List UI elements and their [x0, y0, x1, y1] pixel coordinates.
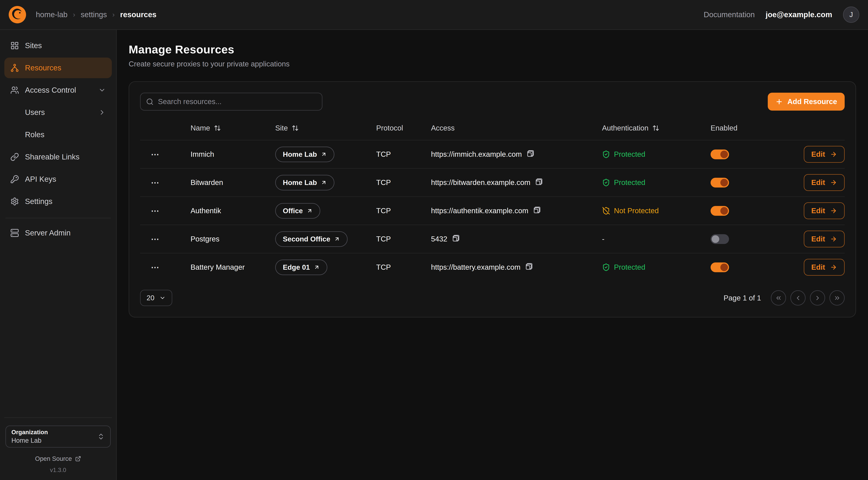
- sidebar-item-label: Server Admin: [25, 229, 70, 237]
- breadcrumb-org[interactable]: home-lab: [36, 10, 67, 19]
- site-link[interactable]: Edge 01: [275, 260, 327, 275]
- sidebar-item-users[interactable]: Users: [4, 102, 112, 123]
- toggle-knob: [720, 207, 728, 215]
- auth-status: Not Protected: [593, 207, 702, 215]
- header-enabled-label: Enabled: [711, 124, 738, 132]
- documentation-link[interactable]: Documentation: [704, 10, 755, 19]
- enabled-cell: [702, 206, 778, 216]
- site-link[interactable]: Office: [275, 203, 320, 219]
- header-protocol-label: Protocol: [376, 124, 403, 132]
- chevron-left-icon: [795, 295, 802, 302]
- site-cell: Home Lab: [267, 175, 368, 190]
- copy-button[interactable]: [534, 177, 544, 188]
- sidebar-item-roles[interactable]: Roles: [4, 124, 112, 145]
- sidebar-item-access-control[interactable]: Access Control: [4, 80, 112, 100]
- last-page-button[interactable]: [830, 290, 845, 305]
- site-link[interactable]: Home Lab: [275, 175, 334, 190]
- copy-button[interactable]: [532, 205, 542, 216]
- sidebar-item-api-keys[interactable]: API Keys: [4, 169, 112, 189]
- resource-name: Authentik: [190, 207, 221, 215]
- breadcrumb-settings[interactable]: settings: [81, 10, 107, 19]
- access-url: https://bitwarden.example.com: [431, 178, 530, 187]
- sidebar-item-settings[interactable]: Settings: [4, 191, 112, 212]
- header-access-label: Access: [431, 124, 455, 132]
- arrow-up-right-icon: [321, 180, 327, 185]
- enabled-toggle[interactable]: [711, 150, 729, 159]
- auth-status: -: [593, 235, 702, 243]
- first-page-button[interactable]: [771, 290, 786, 305]
- app-version: v1.3.0: [5, 467, 111, 474]
- auth-status: Protected: [593, 150, 702, 158]
- page-subtitle: Create secure proxies to your private ap…: [129, 60, 856, 68]
- row-menu-button[interactable]: ⋯: [149, 177, 162, 188]
- sidebar-item-server-admin[interactable]: Server Admin: [4, 222, 112, 243]
- chevron-right-icon: [814, 295, 821, 302]
- row-menu-button[interactable]: ⋯: [149, 206, 162, 216]
- sort-icon[interactable]: [292, 124, 299, 131]
- copy-button[interactable]: [526, 149, 535, 160]
- add-resource-button[interactable]: Add Resource: [768, 93, 845, 111]
- edit-label: Edit: [811, 263, 825, 271]
- resources-card: Add Resource Name Site Protocol: [129, 81, 856, 318]
- sidebar-item-resources[interactable]: Resources: [4, 58, 112, 78]
- site-cell: Second Office: [267, 231, 368, 247]
- app-logo-icon[interactable]: [9, 6, 26, 23]
- page-size-select[interactable]: 20: [140, 290, 172, 306]
- site-link[interactable]: Home Lab: [275, 147, 334, 162]
- protocol-value: TCP: [376, 150, 391, 158]
- shareable-links-icon: [10, 153, 19, 161]
- user-avatar[interactable]: J: [843, 6, 859, 23]
- enabled-cell: [702, 178, 778, 187]
- auth-label: Protected: [614, 178, 645, 187]
- edit-button[interactable]: Edit: [804, 202, 845, 219]
- arrow-up-right-icon: [334, 236, 340, 242]
- copy-button[interactable]: [451, 233, 461, 245]
- previous-page-button[interactable]: [790, 290, 806, 305]
- server-admin-icon: [10, 229, 19, 237]
- next-page-button[interactable]: [810, 290, 825, 305]
- row-menu-button[interactable]: ⋯: [149, 262, 162, 272]
- arrow-right-icon: [830, 207, 837, 214]
- row-menu-button[interactable]: ⋯: [149, 234, 162, 244]
- site-link[interactable]: Second Office: [275, 231, 348, 247]
- api-keys-icon: [10, 175, 19, 183]
- resources-table: Name Site Protocol Access Authenticati: [140, 116, 845, 281]
- toggle-knob: [712, 235, 719, 243]
- sidebar-item-shareable-links[interactable]: Shareable Links: [4, 147, 112, 167]
- copy-icon: [526, 263, 532, 270]
- row-menu-cell: ⋯: [140, 234, 182, 244]
- row-menu-button[interactable]: ⋯: [149, 149, 162, 159]
- enabled-toggle[interactable]: [711, 206, 729, 216]
- edit-button[interactable]: Edit: [804, 231, 845, 247]
- header-enabled: Enabled: [702, 124, 778, 132]
- resource-name-cell: Battery Manager: [182, 263, 267, 271]
- sort-icon[interactable]: [214, 124, 221, 131]
- copy-icon: [536, 178, 542, 185]
- sidebar-bottom: Organization Home Lab Open Source v1.3.0: [4, 417, 112, 475]
- protocol-value: TCP: [376, 235, 391, 243]
- actions-cell: Edit: [778, 174, 845, 191]
- enabled-toggle[interactable]: [711, 263, 729, 272]
- edit-button[interactable]: Edit: [804, 146, 845, 163]
- resource-name-cell: Immich: [182, 150, 267, 158]
- enabled-toggle[interactable]: [711, 178, 729, 187]
- header-site: Site: [267, 124, 368, 132]
- edit-button[interactable]: Edit: [804, 174, 845, 191]
- table-row: ⋯ Battery Manager Edge 01 TCP https://ba…: [140, 253, 845, 281]
- edit-label: Edit: [811, 207, 825, 215]
- arrow-right-icon: [830, 264, 837, 271]
- open-source-link[interactable]: Open Source: [5, 455, 111, 462]
- protocol-value: TCP: [376, 263, 391, 271]
- enabled-toggle[interactable]: [711, 234, 729, 244]
- sites-icon: [10, 41, 19, 50]
- copy-button[interactable]: [524, 262, 534, 273]
- breadcrumb-separator: ›: [73, 11, 75, 19]
- organization-picker[interactable]: Organization Home Lab: [5, 425, 111, 448]
- page-controls: Page 1 of 1: [723, 290, 845, 305]
- search-input[interactable]: [158, 97, 316, 106]
- sidebar-item-sites[interactable]: Sites: [4, 35, 112, 56]
- edit-button[interactable]: Edit: [804, 259, 845, 276]
- sort-icon[interactable]: [652, 124, 659, 131]
- search-box: [140, 93, 322, 111]
- header-authentication: Authentication: [593, 124, 702, 132]
